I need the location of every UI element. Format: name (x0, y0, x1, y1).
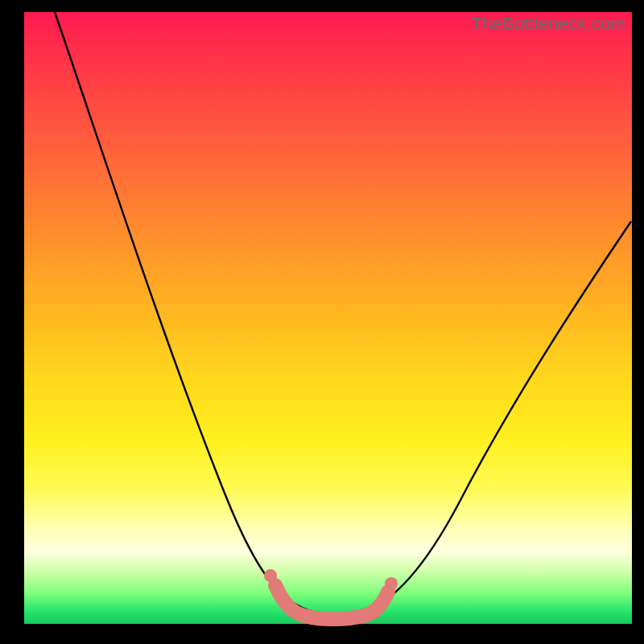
valley-marker-dot-left (264, 569, 277, 582)
bottleneck-curve (24, 12, 632, 624)
chart-frame: TheBottleneck.com (0, 0, 644, 644)
plot-area: TheBottleneck.com (24, 12, 632, 624)
valley-marker-dot-right (385, 577, 398, 590)
curve-path (55, 12, 631, 614)
valley-marker (275, 585, 388, 619)
